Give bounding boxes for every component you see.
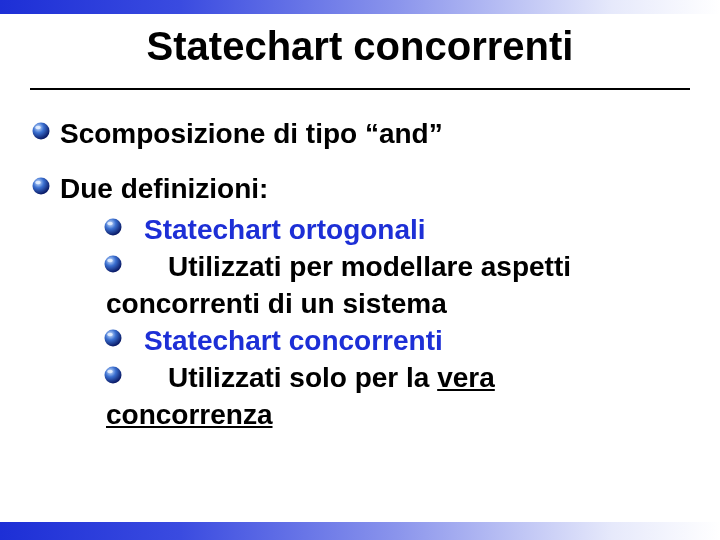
svg-point-8 (105, 330, 122, 347)
content-area: Scomposizione di tipo “and” Due definizi… (60, 116, 680, 452)
svg-point-5 (107, 222, 113, 226)
bullet-item-2: Due definizioni: Statechart ortogonali (60, 171, 680, 432)
desc-2-line2-row: concorrenza (106, 397, 680, 432)
svg-point-2 (33, 178, 50, 195)
sub-item-desc-1: Utilizzati per modellare aspetti (106, 249, 680, 284)
slide-title: Statechart concorrenti (0, 24, 720, 69)
bullet-orb-icon (32, 122, 50, 140)
svg-point-6 (105, 256, 122, 273)
desc-1-line1: Utilizzati per modellare aspetti (168, 251, 571, 282)
svg-point-7 (107, 259, 113, 263)
svg-point-1 (35, 126, 41, 130)
bullet-orb-icon (32, 177, 50, 195)
bullet-item-1: Scomposizione di tipo “and” (60, 116, 680, 151)
bullet-2-text: Due definizioni: (60, 173, 268, 204)
bullet-orb-icon (104, 255, 122, 273)
desc-1-line2-row: concorrenti di un sistema (106, 286, 680, 321)
bottom-gradient-bar (0, 522, 720, 540)
desc-2-underlined-2: concorrenza (106, 399, 273, 430)
sub-item-term-1: Statechart ortogonali (106, 212, 680, 247)
title-divider (30, 88, 690, 90)
svg-point-11 (107, 370, 113, 374)
bullet-orb-icon (104, 218, 122, 236)
svg-point-10 (105, 367, 122, 384)
term-2: Statechart concorrenti (144, 325, 443, 356)
svg-point-3 (35, 181, 41, 185)
desc-2-line1a: Utilizzati solo per la (168, 362, 437, 393)
bullet-orb-icon (104, 329, 122, 347)
sub-item-term-2: Statechart concorrenti (106, 323, 680, 358)
bullet-orb-icon (104, 366, 122, 384)
slide: Statechart concorrenti Scomposizio (0, 0, 720, 540)
svg-point-9 (107, 333, 113, 337)
sub-item-desc-2: Utilizzati solo per la vera (106, 360, 680, 395)
bullet-1-text: Scomposizione di tipo “and” (60, 118, 443, 149)
svg-point-0 (33, 123, 50, 140)
sub-list: Statechart ortogonali Utilizzati per mod… (60, 212, 680, 432)
desc-2-underlined-1: vera (437, 362, 495, 393)
desc-1-line2: concorrenti di un sistema (106, 288, 447, 319)
svg-point-4 (105, 219, 122, 236)
top-gradient-bar (0, 0, 720, 14)
term-1: Statechart ortogonali (144, 214, 426, 245)
